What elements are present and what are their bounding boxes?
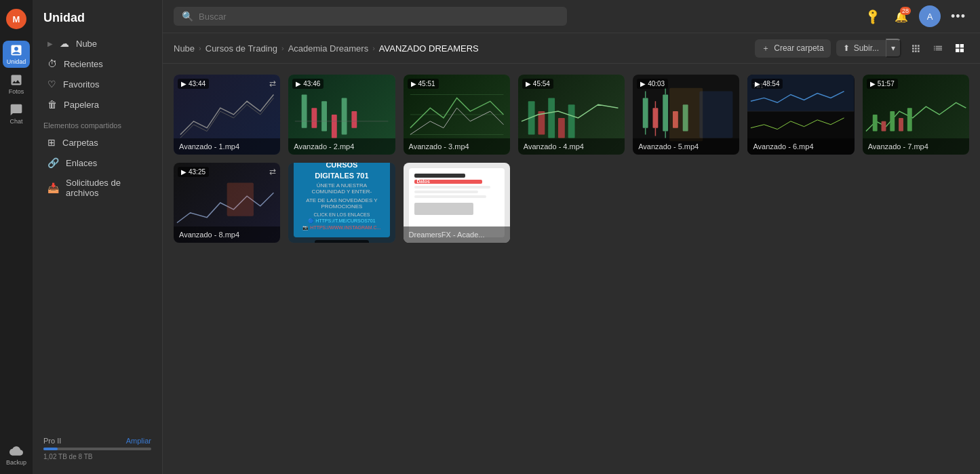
storage-text: 1,02 TB de 8 TB: [43, 453, 151, 460]
file-duration-f5: ▶ 40:03: [637, 79, 668, 89]
svg-rect-32: [872, 115, 877, 132]
sidebar-icon-backup[interactable]: Backup: [3, 441, 30, 469]
topbar-avatar[interactable]: A: [919, 5, 941, 27]
svg-rect-27: [699, 92, 732, 138]
play-icon-f2: ▶: [296, 80, 301, 87]
list-view-button[interactable]: [928, 39, 947, 58]
share-icon-f1: ⇄: [269, 79, 276, 88]
favoritos-label: Favoritos: [63, 79, 99, 90]
sidebar-item-recientes[interactable]: ⏱ Recientes: [37, 54, 158, 74]
sidebar-item-solicitudes[interactable]: 📥 Solicitudes de archivos: [37, 173, 158, 203]
avatar-initial: A: [927, 12, 933, 22]
file-card-f1[interactable]: ▶ 43:44 ⇄ Avanzado - 1.mp4: [174, 75, 280, 155]
file-thumb-f10: Datos DreamersFX - Acade...: [404, 163, 510, 243]
svg-rect-15: [643, 98, 648, 127]
svg-rect-0: [302, 94, 307, 127]
file-thumb-f7: ▶ 51:57 Avanzado - 7.mp4: [863, 75, 969, 155]
enlaces-label: Enlaces: [66, 158, 97, 168]
file-name-f7: Avanzado - 7.mp4: [863, 138, 969, 155]
breadcrumb-academia[interactable]: Academia Dreamers: [288, 43, 369, 54]
file-card-f9[interactable]: CURSOS DIGITALES 701 ÚNETE A NUESTRA COM…: [288, 163, 395, 243]
nube-cloud-icon: ☁: [60, 38, 69, 49]
more-icon: •••: [951, 9, 966, 24]
svg-rect-2: [321, 101, 327, 131]
icon-sidebar: M Unidad Fotos Chat Backup: [0, 0, 33, 474]
notifications-badge: 28: [900, 7, 911, 15]
svg-rect-14: [568, 104, 575, 138]
carpetas-label: Carpetas: [62, 138, 98, 148]
svg-rect-13: [558, 118, 565, 138]
svg-rect-34: [890, 111, 895, 131]
file-duration-f7: ▶ 51:57: [867, 79, 898, 89]
backup-label: Backup: [6, 459, 26, 466]
key-button[interactable]: 🔑: [862, 5, 884, 27]
file-name-f10: DreamersFX - Acade...: [404, 226, 510, 243]
solicitudes-label: Solicitudes de archivos: [66, 178, 147, 198]
more-menu-button[interactable]: •••: [947, 5, 969, 27]
storage-bar: [43, 448, 151, 450]
sidebar-icon-unidad[interactable]: Unidad: [3, 41, 30, 68]
papelera-icon: 🗑: [47, 99, 57, 110]
sidebar-icon-fotos[interactable]: Fotos: [3, 71, 30, 98]
file-card-f3[interactable]: ▶ 45:51 Avanzado - 3.mp4: [404, 75, 510, 155]
subir-dropdown-arrow[interactable]: ▾: [886, 39, 901, 58]
unidad-label: Unidad: [7, 58, 26, 65]
file-card-f4[interactable]: ▶ 45:54 Avanzado - 4.mp4: [518, 75, 625, 155]
search-box[interactable]: 🔍: [174, 7, 567, 26]
breadcrumb-nube[interactable]: Nube: [174, 43, 195, 54]
file-card-f8[interactable]: ▶ 43:25 ⇄ Avanzado - 8.mp4: [174, 163, 280, 243]
grid-view-button[interactable]: [950, 39, 969, 58]
file-card-f2[interactable]: ▶ 43:46 Avanzado - 2.mp4: [288, 75, 395, 155]
sidebar-item-nube[interactable]: ▶ ☁ Nube: [37, 33, 158, 54]
file-name-f5: Avanzado - 5.mp4: [633, 138, 739, 155]
search-input[interactable]: [199, 12, 559, 22]
breadcrumb-sep-3: ›: [372, 44, 375, 52]
file-thumb-f2: ▶ 43:46 Avanzado - 2.mp4: [288, 75, 395, 155]
favoritos-icon: ♡: [47, 79, 56, 90]
carpetas-icon: ⊞: [47, 137, 56, 148]
file-card-f10[interactable]: Datos DreamersFX - Acade...: [404, 163, 510, 243]
breadcrumb-cursos[interactable]: Cursos de Trading: [205, 43, 277, 54]
search-icon: 🔍: [182, 11, 193, 22]
svg-rect-3: [332, 115, 337, 138]
file-name-f3: Avanzado - 3.mp4: [404, 138, 510, 155]
file-thumb-f6: TW1 ▶ 48:54 Avanzado - 6.mp4: [747, 75, 854, 155]
sidebar-item-papelera[interactable]: 🗑 Papelera: [37, 94, 158, 115]
svg-rect-36: [907, 108, 912, 131]
pro-row: Pro II Ampliar: [43, 437, 151, 445]
breadcrumb-current: AVANZADO DREAMERS: [379, 43, 479, 54]
sidebar-item-favoritos[interactable]: ♡ Favoritos: [37, 74, 158, 94]
main-content: 🔍 🔑 🔔 28 A ••• Nube › Cursos de Trading …: [163, 0, 980, 474]
file-card-f5[interactable]: ▶ 40:03 Avanzado - 5.mp4: [633, 75, 739, 155]
file-duration-f3: ▶ 45:51: [408, 79, 439, 89]
svg-rect-4: [342, 98, 347, 134]
file-thumb-f4: ▶ 45:54 Avanzado - 4.mp4: [518, 75, 625, 155]
svg-rect-1: [312, 108, 317, 127]
key-icon: 🔑: [863, 7, 882, 26]
sidebar-item-enlaces[interactable]: 🔗 Enlaces: [37, 153, 158, 173]
ampliar-button[interactable]: Ampliar: [126, 437, 151, 445]
sidebar-item-carpetas[interactable]: ⊞ Carpetas: [37, 132, 158, 153]
share-icon-f8: ⇄: [269, 167, 276, 176]
svg-rect-21: [663, 94, 668, 131]
svg-rect-18: [653, 108, 659, 127]
file-thumb-f3: ▶ 45:51 Avanzado - 3.mp4: [404, 75, 510, 155]
chat-label: Chat: [9, 118, 22, 125]
avatar-item[interactable]: M: [3, 5, 30, 33]
sidebar-icon-chat[interactable]: Chat: [3, 100, 30, 127]
upload-icon: ⬆: [843, 43, 850, 53]
file-card-f6[interactable]: TW1 ▶ 48:54 Avanzado - 6.mp4: [747, 75, 854, 155]
file-thumb-f5: ▶ 40:03 Avanzado - 5.mp4: [633, 75, 739, 155]
thumbnail-view-button[interactable]: [907, 39, 926, 58]
upload-dropdown: ⬆ Subir... ▾: [836, 39, 901, 58]
crear-carpeta-button[interactable]: ＋ Crear carpeta: [755, 39, 830, 58]
file-card-f7[interactable]: ▶ 51:57 Avanzado - 7.mp4: [863, 75, 969, 155]
subir-button[interactable]: ⬆ Subir...: [836, 40, 886, 56]
shared-section-label: Elementos compartidos: [33, 115, 162, 132]
play-icon-f3: ▶: [411, 80, 416, 87]
svg-rect-12: [548, 98, 555, 138]
nube-expand-icon: ▶: [47, 40, 53, 47]
storage-bar-fill: [43, 448, 58, 450]
file-thumb-f1: ▶ 43:44 ⇄ Avanzado - 1.mp4: [174, 75, 280, 155]
notifications-button[interactable]: 🔔 28: [890, 5, 912, 27]
